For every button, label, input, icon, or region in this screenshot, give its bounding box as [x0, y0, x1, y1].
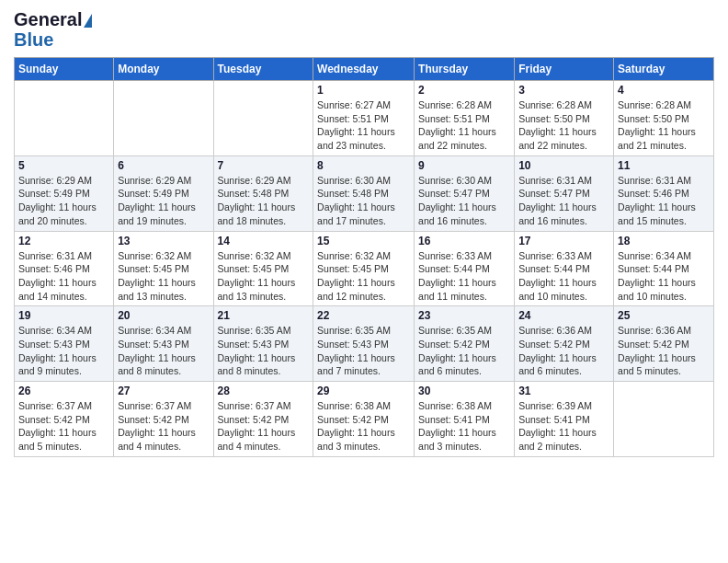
day-number: 30 [418, 385, 510, 397]
calendar-week-row: 1Sunrise: 6:27 AMSunset: 5:51 PMDaylight… [15, 81, 714, 156]
day-info: Sunrise: 6:29 AMSunset: 5:49 PMDaylight:… [118, 174, 209, 228]
calendar-cell: 19Sunrise: 6:34 AMSunset: 5:43 PMDayligh… [15, 306, 114, 382]
day-info: Sunrise: 6:35 AMSunset: 5:43 PMDaylight:… [218, 324, 310, 378]
day-info: Sunrise: 6:32 AMSunset: 5:45 PMDaylight:… [218, 249, 310, 304]
day-info: Sunrise: 6:35 AMSunset: 5:42 PMDaylight:… [418, 324, 510, 378]
day-number: 5 [18, 159, 109, 172]
day-number: 23 [418, 309, 510, 322]
weekday-header-monday: Monday [114, 58, 213, 81]
day-info: Sunrise: 6:31 AMSunset: 5:46 PMDaylight:… [18, 249, 109, 304]
calendar-cell [15, 81, 114, 156]
day-info: Sunrise: 6:34 AMSunset: 5:43 PMDaylight:… [118, 324, 209, 378]
day-number: 2 [418, 84, 510, 97]
day-number: 21 [218, 309, 310, 322]
day-info: Sunrise: 6:39 AMSunset: 5:41 PMDaylight:… [518, 399, 609, 454]
day-info: Sunrise: 6:36 AMSunset: 5:42 PMDaylight:… [518, 324, 609, 378]
weekday-header-tuesday: Tuesday [213, 58, 313, 81]
day-info: Sunrise: 6:37 AMSunset: 5:42 PMDaylight:… [18, 399, 109, 454]
day-info: Sunrise: 6:38 AMSunset: 5:41 PMDaylight:… [418, 399, 510, 454]
calendar-week-row: 26Sunrise: 6:37 AMSunset: 5:42 PMDayligh… [15, 382, 714, 457]
calendar-cell: 13Sunrise: 6:32 AMSunset: 5:45 PMDayligh… [114, 231, 213, 306]
day-number: 24 [518, 309, 609, 322]
day-info: Sunrise: 6:36 AMSunset: 5:42 PMDaylight:… [618, 324, 710, 378]
day-number: 18 [618, 235, 710, 247]
calendar-cell: 11Sunrise: 6:31 AMSunset: 5:46 PMDayligh… [614, 155, 714, 231]
calendar-cell: 31Sunrise: 6:39 AMSunset: 5:41 PMDayligh… [515, 382, 614, 457]
weekday-header-friday: Friday [515, 58, 614, 81]
day-number: 28 [218, 385, 310, 397]
day-number: 14 [218, 235, 310, 247]
day-info: Sunrise: 6:27 AMSunset: 5:51 PMDaylight:… [317, 98, 410, 153]
day-number: 11 [618, 159, 710, 172]
calendar-cell: 17Sunrise: 6:33 AMSunset: 5:44 PMDayligh… [515, 231, 614, 306]
calendar-cell: 14Sunrise: 6:32 AMSunset: 5:45 PMDayligh… [213, 231, 313, 306]
weekday-header-wednesday: Wednesday [313, 58, 415, 81]
day-info: Sunrise: 6:28 AMSunset: 5:50 PMDaylight:… [518, 98, 609, 153]
day-info: Sunrise: 6:29 AMSunset: 5:48 PMDaylight:… [218, 174, 310, 228]
calendar-table: SundayMondayTuesdayWednesdayThursdayFrid… [14, 57, 714, 457]
calendar-cell: 10Sunrise: 6:31 AMSunset: 5:47 PMDayligh… [515, 155, 614, 231]
day-info: Sunrise: 6:37 AMSunset: 5:42 PMDaylight:… [118, 399, 209, 454]
day-number: 13 [118, 235, 209, 247]
calendar-cell: 6Sunrise: 6:29 AMSunset: 5:49 PMDaylight… [114, 155, 213, 231]
day-info: Sunrise: 6:28 AMSunset: 5:50 PMDaylight:… [618, 98, 710, 153]
day-number: 31 [518, 385, 609, 397]
calendar-cell [213, 81, 313, 156]
calendar-cell: 20Sunrise: 6:34 AMSunset: 5:43 PMDayligh… [114, 306, 213, 382]
calendar-cell [114, 81, 213, 156]
calendar-cell: 27Sunrise: 6:37 AMSunset: 5:42 PMDayligh… [114, 382, 213, 457]
day-info: Sunrise: 6:31 AMSunset: 5:47 PMDaylight:… [518, 174, 609, 228]
weekday-header-row: SundayMondayTuesdayWednesdayThursdayFrid… [15, 58, 714, 81]
logo-blue: Blue [14, 29, 92, 50]
day-number: 12 [18, 235, 109, 247]
calendar-cell: 18Sunrise: 6:34 AMSunset: 5:44 PMDayligh… [614, 231, 714, 306]
day-number: 8 [317, 159, 410, 172]
calendar-cell: 3Sunrise: 6:28 AMSunset: 5:50 PMDaylight… [515, 81, 614, 156]
day-number: 4 [618, 84, 710, 97]
logo-general: General [14, 9, 92, 29]
calendar-cell: 30Sunrise: 6:38 AMSunset: 5:41 PMDayligh… [415, 382, 515, 457]
day-info: Sunrise: 6:35 AMSunset: 5:43 PMDaylight:… [317, 324, 410, 378]
calendar-cell: 15Sunrise: 6:32 AMSunset: 5:45 PMDayligh… [313, 231, 415, 306]
calendar-cell: 16Sunrise: 6:33 AMSunset: 5:44 PMDayligh… [415, 231, 515, 306]
day-number: 22 [317, 309, 410, 322]
day-number: 17 [518, 235, 609, 247]
calendar-cell: 23Sunrise: 6:35 AMSunset: 5:42 PMDayligh… [415, 306, 515, 382]
header: General Blue [14, 9, 714, 50]
calendar-cell: 8Sunrise: 6:30 AMSunset: 5:48 PMDaylight… [313, 155, 415, 231]
day-number: 6 [118, 159, 209, 172]
calendar-week-row: 19Sunrise: 6:34 AMSunset: 5:43 PMDayligh… [15, 306, 714, 382]
day-number: 16 [418, 235, 510, 247]
day-number: 9 [418, 159, 510, 172]
logo: General Blue [14, 9, 92, 50]
day-number: 3 [518, 84, 609, 97]
calendar-cell: 5Sunrise: 6:29 AMSunset: 5:49 PMDaylight… [15, 155, 114, 231]
calendar-cell: 26Sunrise: 6:37 AMSunset: 5:42 PMDayligh… [15, 382, 114, 457]
weekday-header-sunday: Sunday [15, 58, 114, 81]
weekday-header-saturday: Saturday [614, 58, 714, 81]
day-info: Sunrise: 6:32 AMSunset: 5:45 PMDaylight:… [118, 249, 209, 304]
calendar-week-row: 12Sunrise: 6:31 AMSunset: 5:46 PMDayligh… [15, 231, 714, 306]
day-number: 10 [518, 159, 609, 172]
day-info: Sunrise: 6:32 AMSunset: 5:45 PMDaylight:… [317, 249, 410, 304]
day-number: 27 [118, 385, 209, 397]
calendar-cell: 9Sunrise: 6:30 AMSunset: 5:47 PMDaylight… [415, 155, 515, 231]
day-info: Sunrise: 6:29 AMSunset: 5:49 PMDaylight:… [18, 174, 109, 228]
calendar-cell [614, 382, 714, 457]
calendar-cell: 2Sunrise: 6:28 AMSunset: 5:51 PMDaylight… [415, 81, 515, 156]
day-number: 29 [317, 385, 410, 397]
day-info: Sunrise: 6:34 AMSunset: 5:43 PMDaylight:… [18, 324, 109, 378]
day-number: 19 [18, 309, 109, 322]
day-info: Sunrise: 6:34 AMSunset: 5:44 PMDaylight:… [618, 249, 710, 304]
day-number: 15 [317, 235, 410, 247]
day-info: Sunrise: 6:33 AMSunset: 5:44 PMDaylight:… [418, 249, 510, 304]
day-number: 25 [618, 309, 710, 322]
day-number: 1 [317, 84, 410, 97]
calendar-cell: 1Sunrise: 6:27 AMSunset: 5:51 PMDaylight… [313, 81, 415, 156]
day-info: Sunrise: 6:28 AMSunset: 5:51 PMDaylight:… [418, 98, 510, 153]
calendar-cell: 4Sunrise: 6:28 AMSunset: 5:50 PMDaylight… [614, 81, 714, 156]
day-info: Sunrise: 6:30 AMSunset: 5:47 PMDaylight:… [418, 174, 510, 228]
day-info: Sunrise: 6:38 AMSunset: 5:42 PMDaylight:… [317, 399, 410, 454]
calendar-cell: 7Sunrise: 6:29 AMSunset: 5:48 PMDaylight… [213, 155, 313, 231]
calendar-cell: 28Sunrise: 6:37 AMSunset: 5:42 PMDayligh… [213, 382, 313, 457]
